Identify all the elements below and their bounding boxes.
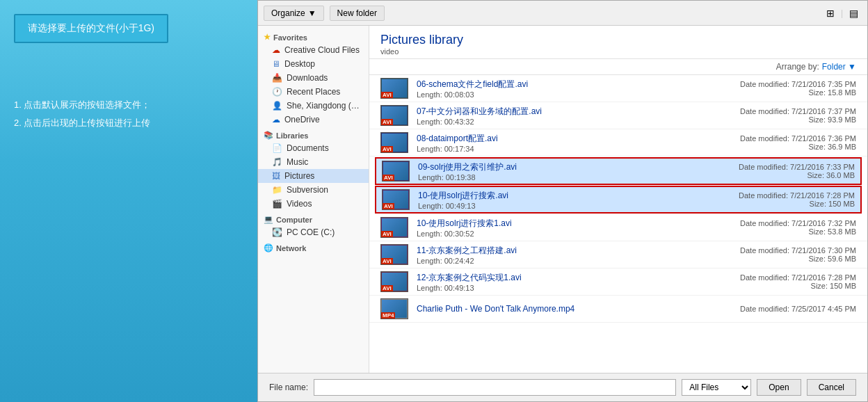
nav-item-creative-cloud[interactable]: ☁ Creative Cloud Files [258, 43, 369, 57]
file-size: Size: 150 MB [739, 200, 855, 208]
file-size: Size: 36.0 MB [739, 171, 855, 179]
dialog-bottom: File name: All Files Open Cancel [258, 373, 867, 401]
pictures-icon: 🖼 [272, 171, 280, 181]
nav-item-videos[interactable]: 🎬 Videos [258, 197, 369, 211]
nav-item-user[interactable]: 👤 She, Xiangdong (Xia [258, 99, 369, 113]
file-item[interactable]: AVI 12-京东案例之代码实现1.avi Length: 00:49:13 D… [369, 268, 867, 296]
file-meta: Length: 00:19:38 [418, 173, 730, 182]
file-type-badge: AVI [383, 203, 394, 209]
file-date: Date modified: 7/21/2016 7:32 PM [740, 219, 856, 227]
file-item[interactable]: MP4 Charlie Puth - We Don't Talk Anymore… [369, 296, 867, 323]
file-name: 09-solrj使用之索引维护.avi [418, 161, 730, 173]
library-header: Pictures library video [369, 26, 867, 59]
view-toggle-button[interactable]: ▤ [846, 6, 862, 21]
desktop-icon: 🖥 [272, 59, 280, 69]
new-folder-button[interactable]: New folder [330, 6, 385, 21]
file-date-size: Date modified: 7/25/2017 4:45 PM [740, 305, 856, 313]
file-date: Date modified: 7/21/2016 7:30 PM [740, 246, 856, 255]
file-item[interactable]: AVI 09-solrj使用之索引维护.avi Length: 00:19:38… [375, 157, 862, 185]
file-dialog: Organize ▼ New folder ⊞ | ▤ ★ Favorites … [257, 0, 868, 402]
file-type-badge: AVI [381, 258, 393, 264]
filetype-select[interactable]: All Files [682, 379, 751, 396]
file-type-badge: AVI [381, 231, 393, 237]
filename-input[interactable] [314, 379, 676, 396]
file-info: 06-schema文件之field配置.avi Length: 00:08:03 [417, 79, 732, 99]
file-date-size: Date modified: 7/21/2016 7:35 PM Size: 1… [740, 80, 856, 97]
file-date-size: Date modified: 7/21/2016 7:28 PM Size: 1… [739, 191, 855, 208]
dialog-toolbar: Organize ▼ New folder ⊞ | ▤ [258, 1, 867, 26]
nav-section-libraries: 📚 Libraries 📄 Documents 🎵 Music 🖼 Pictur… [258, 129, 369, 211]
file-date: Date modified: 7/21/2016 7:36 PM [740, 134, 856, 143]
library-subtitle: video [380, 47, 856, 56]
documents-icon: 📄 [272, 143, 282, 153]
file-item[interactable]: AVI 10-使用solrj进行搜索1.avi Length: 00:30:52… [369, 214, 867, 241]
drive-icon: 💽 [272, 227, 282, 237]
network-icon: 🌐 [264, 243, 273, 252]
view-details-button[interactable]: ⊞ [823, 6, 838, 21]
file-meta: Length: 00:49:13 [418, 202, 730, 210]
file-info: Charlie Puth - We Don't Talk Anymore.mp4 [417, 304, 732, 314]
recent-icon: 🕐 [272, 87, 282, 97]
nav-item-music[interactable]: 🎵 Music [258, 155, 369, 169]
file-thumbnail: MP4 [380, 298, 408, 319]
file-date-size: Date modified: 7/21/2016 7:32 PM Size: 5… [740, 219, 856, 236]
file-info: 10-使用solrj进行搜索.avi Length: 00:49:13 [418, 190, 730, 210]
file-size: Size: 150 MB [740, 282, 856, 290]
open-button[interactable]: Open [757, 379, 801, 396]
file-type-badge: AVI [381, 285, 393, 291]
nav-item-onedrive[interactable]: ☁ OneDrive [258, 113, 369, 127]
file-size: Size: 15.8 MB [740, 88, 856, 97]
file-meta: Length: 00:49:13 [417, 284, 732, 292]
nav-item-pc-coe[interactable]: 💽 PC COE (C:) [258, 225, 369, 239]
person-icon: 👤 [272, 101, 282, 111]
nav-item-subversion[interactable]: 📁 Subversion [258, 183, 369, 197]
nav-header-favorites: ★ Favorites [258, 31, 369, 43]
download-folder-icon: 📥 [272, 73, 282, 83]
file-name: 10-使用solrj进行搜索.avi [418, 190, 730, 202]
nav-item-downloads[interactable]: 📥 Downloads [258, 71, 369, 85]
file-info: 09-solrj使用之索引维护.avi Length: 00:19:38 [418, 161, 730, 182]
file-name: 11-京东案例之工程搭建.avi [417, 245, 732, 257]
nav-item-documents[interactable]: 📄 Documents [258, 141, 369, 155]
file-list-area: Pictures library video Arrange by: Folde… [369, 26, 867, 373]
divider: | [841, 8, 843, 18]
file-date: Date modified: 7/21/2016 7:28 PM [739, 191, 855, 200]
file-thumbnail: AVI [380, 271, 408, 292]
file-thumbnail: AVI [380, 132, 408, 153]
file-thumbnail: AVI [380, 244, 408, 265]
file-info: 08-dataimport配置.avi Length: 00:17:34 [417, 133, 732, 153]
nav-panel: ★ Favorites ☁ Creative Cloud Files 🖥 Des… [258, 26, 369, 373]
file-name: 06-schema文件之field配置.avi [417, 79, 732, 90]
file-info: 07-中文分词器和业务域的配置.avi Length: 00:43:32 [417, 106, 732, 126]
file-meta: Length: 00:17:34 [417, 145, 732, 153]
file-item[interactable]: AVI 10-使用solrj进行搜索.avi Length: 00:49:13 … [375, 186, 862, 214]
file-item[interactable]: AVI 07-中文分词器和业务域的配置.avi Length: 00:43:32… [369, 102, 867, 129]
music-icon: 🎵 [272, 157, 282, 167]
nav-item-pictures[interactable]: 🖼 Pictures [258, 169, 369, 183]
file-item[interactable]: AVI 06-schema文件之field配置.avi Length: 00:0… [369, 75, 867, 102]
file-date-size: Date modified: 7/21/2016 7:36 PM Size: 3… [740, 134, 856, 151]
nav-header-computer: 💻 Computer [258, 214, 369, 225]
nav-section-network: 🌐 Network [258, 242, 369, 254]
file-thumbnail: AVI [380, 217, 408, 238]
onedrive-icon: ☁ [272, 115, 280, 124]
file-item[interactable]: AVI 08-dataimport配置.avi Length: 00:17:34… [369, 129, 867, 156]
cancel-button[interactable]: Cancel [807, 379, 856, 396]
file-list: AVI 06-schema文件之field配置.avi Length: 00:0… [369, 75, 867, 373]
nav-item-recent-places[interactable]: 🕐 Recent Places [258, 85, 369, 99]
organize-button[interactable]: Organize ▼ [264, 6, 324, 21]
nav-section-favorites: ★ Favorites ☁ Creative Cloud Files 🖥 Des… [258, 31, 369, 127]
file-info: 12-京东案例之代码实现1.avi Length: 00:49:13 [417, 272, 732, 292]
file-size: Size: 93.9 MB [740, 115, 856, 124]
file-item[interactable]: AVI 11-京东案例之工程搭建.avi Length: 00:24:42 Da… [369, 241, 867, 268]
file-date-size: Date modified: 7/21/2016 7:33 PM Size: 3… [739, 163, 855, 179]
arrange-bar: Arrange by: Folder ▼ [369, 59, 867, 75]
arrange-by-folder[interactable]: Folder ▼ [822, 62, 856, 72]
file-name: 10-使用solrj进行搜索1.avi [417, 218, 732, 230]
file-info: 10-使用solrj进行搜索1.avi Length: 00:30:52 [417, 218, 732, 238]
upload-button[interactable]: 请选择要上传的文件(小于1G) [14, 14, 168, 43]
file-name: 08-dataimport配置.avi [417, 133, 732, 145]
libraries-icon: 📚 [264, 131, 273, 140]
file-size: Size: 36.9 MB [740, 143, 856, 151]
nav-item-desktop[interactable]: 🖥 Desktop [258, 57, 369, 71]
